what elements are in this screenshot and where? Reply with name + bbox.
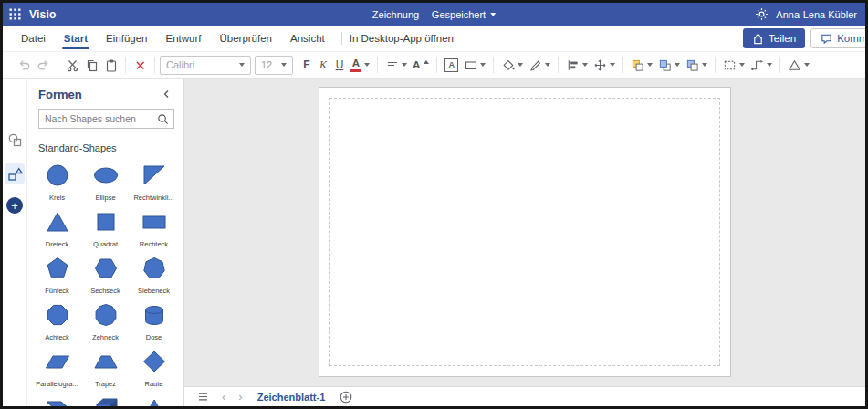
stencil-rail: + xyxy=(3,79,27,406)
send-backward-button[interactable] xyxy=(683,57,710,74)
underline-button[interactable]: U xyxy=(331,56,348,74)
basic-stencil-button[interactable] xyxy=(5,130,25,150)
tab-datei[interactable]: Datei xyxy=(12,26,55,51)
tab-einfügen[interactable]: Einfügen xyxy=(97,26,156,51)
align-left-icon xyxy=(566,58,580,72)
ribbon-separator xyxy=(493,57,494,73)
shapes-stencil-button[interactable] xyxy=(5,163,25,184)
font-size-combobox[interactable]: 12 xyxy=(255,56,293,75)
font-name-combobox[interactable]: Calibri xyxy=(160,56,251,75)
font-color-swatch xyxy=(350,69,361,72)
shape-label: Rechtwinkli... xyxy=(133,194,173,202)
grow-font-button[interactable]: A xyxy=(410,58,432,72)
chevron-up-icon xyxy=(424,60,429,64)
shape-chevron[interactable] xyxy=(33,393,81,406)
basic-shapes-icon xyxy=(7,132,23,148)
shape-square[interactable]: Quadrat xyxy=(81,207,130,254)
textbox-icon: A xyxy=(444,58,458,72)
shape-triangle[interactable]: Dreieck xyxy=(33,207,81,254)
shape-parallelogram[interactable]: Parallelogra... xyxy=(33,347,81,393)
canvas-area[interactable]: ‹ › Zeichenblatt-1 xyxy=(184,79,865,406)
chevron-down-icon xyxy=(767,63,772,67)
document-title-area[interactable]: Zeichnung - Gespeichert xyxy=(372,3,496,26)
share-button[interactable]: Teilen xyxy=(743,28,805,48)
settings-button[interactable] xyxy=(755,7,769,21)
tab-entwurf[interactable]: Entwurf xyxy=(156,26,210,51)
gear-icon xyxy=(755,7,769,21)
shape-cube[interactable] xyxy=(81,393,130,406)
cut-button[interactable] xyxy=(63,57,82,74)
font-color-icon: A xyxy=(350,58,361,72)
collapse-panel-button[interactable] xyxy=(160,87,174,101)
bold-button[interactable]: F xyxy=(298,56,315,74)
shape-outline-button[interactable] xyxy=(461,57,488,74)
shape-label: Siebeneck xyxy=(138,287,170,295)
shape-octagon[interactable]: Achteck xyxy=(33,300,81,347)
shape-pentagon[interactable]: Fünfeck xyxy=(33,254,81,300)
shape-hexagon[interactable]: Sechseck xyxy=(81,254,130,300)
save-status: Gespeichert xyxy=(432,9,486,20)
shape-operations-button[interactable] xyxy=(785,57,812,74)
shape-rectangle[interactable]: Rechteck xyxy=(130,207,178,254)
undo-icon xyxy=(17,58,31,72)
copy-button[interactable] xyxy=(82,57,101,74)
undo-button[interactable] xyxy=(15,57,34,74)
shape-diamond[interactable]: Raute xyxy=(130,347,178,393)
italic-button[interactable]: K xyxy=(315,56,331,74)
shape-decagon[interactable]: Zehneck xyxy=(81,300,130,347)
open-in-desktop-button[interactable]: In Desktop-App öffnen xyxy=(350,33,454,44)
drawing-page[interactable] xyxy=(319,87,731,377)
menu-separator xyxy=(341,32,342,45)
shape-ellipse[interactable]: Ellipse xyxy=(81,161,130,207)
waffle-icon xyxy=(9,8,21,20)
page-list-button[interactable] xyxy=(192,387,214,406)
add-page-button[interactable] xyxy=(334,387,358,406)
search-submit-button[interactable] xyxy=(152,110,173,128)
tab-ansicht[interactable]: Ansicht xyxy=(281,26,334,51)
paste-button[interactable] xyxy=(101,57,120,74)
shape-right-triangle[interactable]: Rechtwinkli... xyxy=(130,161,178,207)
shapes-search-input[interactable] xyxy=(39,113,152,124)
font-color-button[interactable]: A xyxy=(348,57,372,74)
chevron-down-icon xyxy=(490,13,496,16)
container-button[interactable] xyxy=(720,57,748,74)
align-text-button[interactable] xyxy=(382,57,410,74)
menu-bar: DateiStartEinfügenEntwurfÜberprüfenAnsic… xyxy=(3,26,865,52)
line-color-button[interactable] xyxy=(526,57,553,74)
shape-cylinder[interactable]: Dose xyxy=(130,300,178,347)
move-arrows-icon xyxy=(593,58,607,72)
next-page-button[interactable]: › xyxy=(233,387,247,406)
bring-forward-icon xyxy=(658,58,672,72)
square-shape-icon xyxy=(93,209,119,238)
comments-button[interactable]: Kommentare xyxy=(810,28,868,48)
align-objects-button[interactable] xyxy=(563,57,591,74)
chevron-down-icon xyxy=(702,63,707,67)
bring-forward-button[interactable] xyxy=(655,57,683,74)
tab-start[interactable]: Start xyxy=(55,26,97,51)
app-name: Visio xyxy=(29,8,56,21)
shape-cone[interactable] xyxy=(130,393,178,406)
tab-überprüfen[interactable]: Überprüfen xyxy=(210,26,281,51)
page-scroll-area[interactable] xyxy=(184,79,865,386)
redo-icon xyxy=(37,58,50,72)
user-name[interactable]: Anna-Lena Kübler xyxy=(776,9,857,20)
add-stencil-button[interactable]: + xyxy=(6,197,23,214)
group-button[interactable] xyxy=(628,57,655,74)
app-launcher-button[interactable] xyxy=(3,3,26,26)
redo-button[interactable] xyxy=(34,57,53,74)
parallelogram-shape-icon xyxy=(45,349,70,378)
position-button[interactable] xyxy=(591,57,618,74)
pencil-icon xyxy=(528,58,542,72)
fill-color-button[interactable] xyxy=(498,57,526,74)
shape-circle[interactable]: Kreis xyxy=(33,161,81,207)
sheet-tab-zeichenblatt-1[interactable]: Zeichenblatt-1 xyxy=(250,387,333,406)
shape-trapezoid[interactable]: Trapez xyxy=(81,347,130,393)
connector-button[interactable] xyxy=(748,57,775,74)
insert-textbox-button[interactable]: A xyxy=(442,57,461,74)
connector-icon xyxy=(750,58,764,72)
delete-button[interactable] xyxy=(131,57,150,74)
ribbon-separator xyxy=(622,57,623,73)
previous-page-button[interactable]: ‹ xyxy=(216,387,231,406)
shape-label: Kreis xyxy=(49,194,65,202)
shape-heptagon[interactable]: Siebeneck xyxy=(130,254,178,300)
